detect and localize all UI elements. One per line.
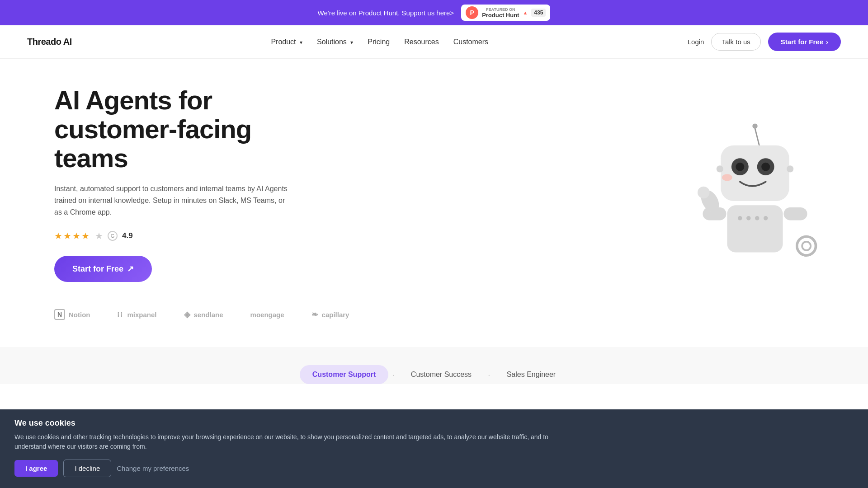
tab-sales-engineer[interactable]: Sales Engineer [494, 365, 569, 384]
svg-point-13 [755, 216, 759, 220]
nav-link-pricing[interactable]: Pricing [368, 38, 390, 46]
capillary-label: capillary [322, 311, 349, 319]
svg-point-11 [738, 216, 742, 220]
tab-separator-1: · [392, 365, 395, 384]
nav-item-product[interactable]: Product ▾ [271, 38, 302, 46]
logo-notion: N Notion [54, 309, 90, 320]
logo-moengage: moengage [250, 311, 284, 319]
nav-logo[interactable]: Threado AI [27, 37, 72, 47]
ph-featured-on: FEATURED ON [482, 7, 519, 12]
ph-logo-icon: P [466, 6, 478, 19]
logos-section: N Notion ⁞⁞ mixpanel ◈ sendlane moengage… [0, 300, 868, 347]
tab-customer-success[interactable]: Customer Success [398, 365, 484, 384]
svg-point-6 [761, 163, 770, 171]
logo-mixpanel: ⁞⁞ mixpanel [117, 310, 156, 319]
tabs-row: Customer Support · Customer Success · Sa… [0, 365, 868, 384]
top-banner: We're live on Product Hunt. Support us h… [0, 0, 868, 25]
svg-point-14 [764, 216, 768, 220]
svg-rect-2 [721, 145, 789, 201]
logo-sendlane: ◈ sendlane [184, 310, 223, 319]
chevron-down-icon: ▾ [350, 39, 353, 46]
capillary-icon: ❧ [311, 310, 318, 319]
nav-links: Product ▾ Solutions ▾ Pricing Resources … [271, 38, 488, 46]
rating-value: 4.9 [122, 231, 133, 240]
nav-item-customers[interactable]: Customers [453, 38, 488, 46]
nav-link-resources[interactable]: Resources [404, 38, 439, 46]
svg-point-20 [802, 242, 811, 250]
notion-icon: N [54, 309, 65, 320]
nav-start-free-button[interactable]: Start for Free › [768, 33, 841, 51]
svg-rect-10 [727, 205, 783, 252]
ph-name: Product Hunt [482, 12, 519, 19]
tab-separator-2: · [488, 365, 491, 384]
sendlane-icon: ◈ [184, 310, 190, 319]
hero-section: AI Agents for customer-facing teams Inst… [0, 59, 868, 300]
nav-item-pricing[interactable]: Pricing [368, 38, 390, 46]
ph-arrow-icon: ▲ [523, 10, 528, 15]
mixpanel-label: mixpanel [127, 311, 156, 319]
navbar: Threado AI Product ▾ Solutions ▾ Pricing… [0, 25, 868, 59]
svg-point-19 [797, 237, 816, 256]
banner-text: We're live on Product Hunt. Support us h… [318, 9, 454, 17]
hero-title: AI Agents for customer-facing teams [54, 86, 326, 172]
product-hunt-badge[interactable]: P FEATURED ON Product Hunt ▲ 435 [461, 5, 550, 21]
notion-label: Notion [69, 311, 90, 319]
svg-rect-16 [783, 207, 807, 220]
svg-point-8 [717, 165, 723, 172]
star-icons: ★★★★ [54, 230, 90, 241]
nav-actions: Login Talk to us Start for Free › [688, 33, 841, 51]
hero-robot-illustration [669, 103, 841, 265]
ph-featured-label: FEATURED ON Product Hunt [482, 7, 519, 19]
nav-item-solutions[interactable]: Solutions ▾ [317, 38, 353, 46]
rating-logo-icon: G [108, 231, 118, 241]
robot-svg [669, 103, 841, 265]
logo-capillary: ❧ capillary [311, 310, 349, 319]
tabs-section: Customer Support · Customer Success · Sa… [0, 347, 868, 384]
chevron-down-icon: ▾ [300, 39, 302, 46]
nav-item-resources[interactable]: Resources [404, 38, 439, 46]
mixpanel-icon: ⁞⁞ [117, 310, 123, 319]
arrow-icon: › [826, 38, 828, 46]
hero-start-free-button[interactable]: Start for Free ↗ [54, 256, 152, 282]
talk-to-us-button[interactable]: Talk to us [711, 33, 760, 51]
tab-customer-support[interactable]: Customer Support [300, 365, 388, 384]
login-button[interactable]: Login [688, 38, 704, 46]
hero-subtitle: Instant, automated support to customers … [54, 183, 289, 218]
hero-content: AI Agents for customer-facing teams Inst… [54, 86, 326, 282]
svg-point-7 [722, 174, 732, 181]
half-star-icon: ★ [95, 230, 103, 241]
arrow-icon: ↗ [127, 264, 134, 274]
svg-point-18 [698, 187, 710, 199]
sendlane-label: sendlane [194, 311, 223, 319]
moengage-label: moengage [250, 311, 284, 319]
svg-point-9 [787, 165, 793, 172]
svg-point-1 [752, 123, 757, 128]
svg-line-0 [755, 128, 759, 145]
ph-count-badge: 435 [531, 9, 546, 17]
hero-rating: ★★★★ ★ G 4.9 [54, 230, 326, 241]
nav-link-product[interactable]: Product ▾ [271, 38, 302, 46]
svg-point-12 [746, 216, 750, 220]
svg-point-5 [736, 163, 744, 171]
nav-link-solutions[interactable]: Solutions ▾ [317, 38, 353, 46]
nav-link-customers[interactable]: Customers [453, 38, 488, 46]
